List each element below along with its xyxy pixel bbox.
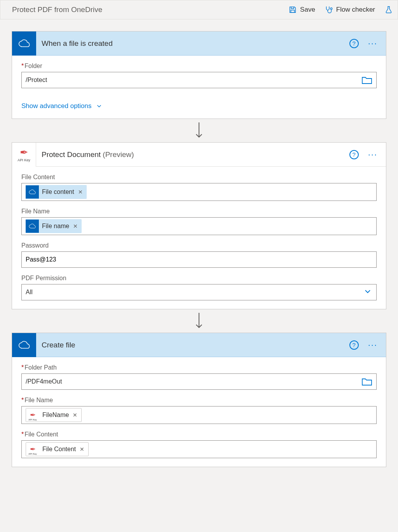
filename-input[interactable]: ✒API Key FileName ✕	[21, 406, 377, 424]
trigger-header[interactable]: When a file is created ? ···	[12, 31, 386, 56]
onedrive-icon	[12, 333, 36, 357]
stethoscope-icon	[325, 5, 333, 14]
action-protect-body: File Content File content ✕ File Name	[12, 167, 386, 309]
token-label: FileName	[42, 412, 69, 419]
flow-canvas: When a file is created ? ··· *Folder /Pr…	[0, 19, 398, 479]
svg-point-1	[330, 8, 332, 10]
apikey-icon: ✒API Key	[26, 408, 39, 422]
token-label: File Content	[42, 446, 76, 453]
folder-label: *Folder	[21, 63, 377, 70]
password-field: Password	[21, 242, 377, 268]
action-protect-header[interactable]: ✒ API Key Protect Document (Preview) ? ·…	[12, 143, 386, 167]
folder-field: *Folder /Protect	[21, 63, 377, 88]
file-name-field: File Name File name ✕	[21, 208, 377, 235]
permission-field: PDF Permission All	[21, 275, 377, 300]
permission-select[interactable]: All	[21, 284, 377, 300]
file-content-token[interactable]: File content ✕	[26, 185, 87, 199]
filename-label: *File Name	[21, 397, 377, 404]
remove-token-icon[interactable]: ✕	[79, 446, 85, 452]
filecontent-label: *File Content	[21, 431, 377, 438]
topbar: Protect PDF from OneDrive Save Flow chec…	[0, 0, 398, 19]
folder-input[interactable]: /Protect	[21, 72, 377, 88]
apikey-icon: ✒ API Key	[12, 143, 36, 167]
folder-value: /Protect	[26, 77, 358, 84]
remove-token-icon[interactable]: ✕	[77, 189, 84, 195]
flow-arrow	[12, 119, 386, 142]
filecontent-token[interactable]: ✒API Key File Content ✕	[26, 442, 89, 456]
folder-picker-icon[interactable]	[361, 377, 372, 386]
file-name-input[interactable]: File name ✕	[21, 217, 377, 235]
trigger-card: When a file is created ? ··· *Folder /Pr…	[12, 31, 386, 119]
action-protect-title: Protect Document (Preview)	[42, 150, 344, 159]
permission-label: PDF Permission	[21, 275, 377, 282]
filename-token[interactable]: ✒API Key FileName ✕	[26, 408, 82, 422]
folderpath-value: /PDF4meOut	[26, 378, 358, 385]
filename-field: *File Name ✒API Key FileName ✕	[21, 397, 377, 424]
filecontent-field: *File Content ✒API Key File Content ✕	[21, 431, 377, 458]
file-name-label: File Name	[21, 208, 377, 215]
action-createfile-title: Create file	[42, 341, 344, 349]
flask-icon	[384, 5, 393, 14]
flow-checker-button[interactable]: Flow checker	[325, 5, 375, 14]
flow-title: Protect PDF from OneDrive	[5, 5, 288, 14]
remove-token-icon[interactable]: ✕	[72, 223, 79, 229]
file-content-field: File Content File content ✕	[21, 174, 377, 201]
password-label: Password	[21, 242, 377, 249]
onedrive-icon	[12, 31, 36, 56]
folderpath-label: *Folder Path	[21, 364, 377, 371]
permission-value: All	[26, 289, 360, 296]
help-icon[interactable]: ?	[349, 340, 359, 350]
trigger-body: *Folder /Protect Show advanced options	[12, 56, 386, 119]
onedrive-icon	[26, 185, 39, 199]
test-button[interactable]	[384, 5, 393, 14]
password-input[interactable]	[21, 251, 377, 268]
more-menu[interactable]: ···	[367, 340, 379, 350]
apikey-icon: ✒API Key	[26, 443, 39, 456]
flow-checker-label: Flow checker	[336, 6, 375, 14]
folder-picker-icon[interactable]	[361, 76, 372, 84]
folderpath-field: *Folder Path /PDF4meOut	[21, 364, 377, 390]
save-label: Save	[300, 6, 315, 14]
file-content-label: File Content	[21, 174, 377, 181]
action-createfile-header[interactable]: Create file ? ···	[12, 333, 386, 357]
action-createfile-body: *Folder Path /PDF4meOut *File Name ✒API …	[12, 357, 386, 467]
onedrive-icon	[26, 220, 39, 233]
file-content-input[interactable]: File content ✕	[21, 183, 377, 201]
chevron-down-icon	[96, 103, 103, 110]
more-menu[interactable]: ···	[367, 150, 379, 160]
action-createfile-card: Create file ? ··· *Folder Path /PDF4meOu…	[12, 333, 386, 467]
trigger-title: When a file is created	[42, 39, 344, 48]
more-menu[interactable]: ···	[367, 38, 379, 49]
file-name-token[interactable]: File name ✕	[26, 219, 82, 233]
action-protect-card: ✒ API Key Protect Document (Preview) ? ·…	[12, 142, 386, 309]
password-value[interactable]	[26, 256, 372, 263]
chevron-down-icon[interactable]	[363, 287, 372, 298]
remove-token-icon[interactable]: ✕	[72, 412, 78, 418]
topbar-actions: Save Flow checker	[288, 5, 393, 14]
token-label: File content	[42, 188, 74, 195]
token-label: File name	[42, 223, 69, 230]
flow-arrow	[12, 309, 386, 333]
show-advanced-link[interactable]: Show advanced options	[21, 102, 103, 110]
save-button[interactable]: Save	[288, 5, 315, 14]
filecontent-input[interactable]: ✒API Key File Content ✕	[21, 440, 377, 458]
svg-rect-0	[291, 10, 295, 12]
help-icon[interactable]: ?	[349, 39, 359, 48]
show-advanced-label: Show advanced options	[21, 102, 92, 110]
help-icon[interactable]: ?	[349, 150, 359, 159]
save-icon	[288, 5, 297, 14]
folderpath-input[interactable]: /PDF4meOut	[21, 373, 377, 390]
